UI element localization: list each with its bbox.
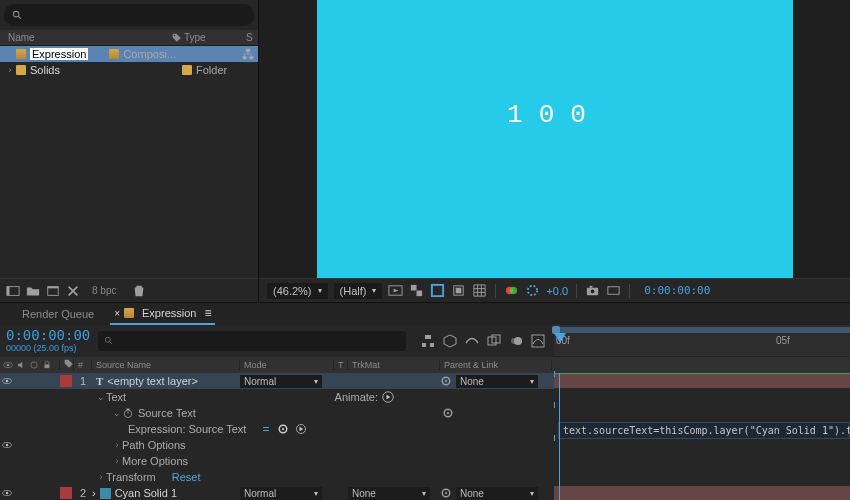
pickwhip-icon[interactable] xyxy=(440,375,452,387)
comp-mini-flowchart-icon[interactable] xyxy=(420,333,436,349)
region-of-interest-icon[interactable] xyxy=(451,283,466,298)
new-comp-icon[interactable] xyxy=(46,284,60,298)
timeline-search-input[interactable] xyxy=(98,331,406,351)
pickwhip-icon[interactable] xyxy=(440,487,452,499)
project-search-input[interactable] xyxy=(4,4,254,26)
project-item-name[interactable]: Expression xyxy=(30,48,88,60)
flowchart-icon[interactable] xyxy=(242,48,254,60)
layer-bar-2[interactable] xyxy=(554,486,850,500)
pickwhip-icon[interactable] xyxy=(442,407,454,419)
grid-guides-icon[interactable] xyxy=(472,283,487,298)
snapshot-icon[interactable] xyxy=(585,283,600,298)
expression-text-field[interactable]: text.sourceText=thisComp.layer("Cyan Sol… xyxy=(558,422,850,439)
svg-point-21 xyxy=(510,287,518,295)
property-source-text[interactable]: ⌄Source Text xyxy=(0,405,554,421)
frame-blend-icon[interactable] xyxy=(486,333,502,349)
fast-preview-icon[interactable] xyxy=(388,283,403,298)
disclosure-icon[interactable]: › xyxy=(96,472,106,482)
magnification-dropdown[interactable]: (46.2%)▾ xyxy=(267,283,328,299)
tab-menu-icon[interactable]: ≡ xyxy=(204,306,211,320)
time-ruler[interactable]: 00f 05f xyxy=(554,325,850,357)
new-folder-icon[interactable] xyxy=(26,284,40,298)
motion-blur-icon[interactable] xyxy=(508,333,524,349)
col-tag[interactable] xyxy=(170,33,184,43)
expression-language-menu-icon[interactable] xyxy=(295,423,307,435)
project-item-solids[interactable]: › Solids Folder xyxy=(0,62,258,78)
tab-render-queue[interactable]: Render Queue xyxy=(18,305,98,323)
disclosure-icon[interactable]: › xyxy=(112,456,122,466)
col-trkmat[interactable]: TrkMat xyxy=(348,360,440,370)
current-time-indicator[interactable] xyxy=(554,333,566,343)
col-av[interactable] xyxy=(0,360,60,370)
project-item-expression[interactable]: Expression Composi... xyxy=(0,46,258,62)
trkmat-dropdown[interactable]: None▾ xyxy=(348,487,430,500)
timeline-timecode[interactable]: 0:00:00:00 xyxy=(6,328,90,343)
cti-line[interactable] xyxy=(559,373,560,500)
resolution-dropdown[interactable]: (Half)▾ xyxy=(334,283,383,299)
draft-3d-icon[interactable] xyxy=(442,333,458,349)
stopwatch-icon[interactable] xyxy=(122,407,134,419)
layer-label-color[interactable] xyxy=(60,487,72,499)
col-mode[interactable]: Mode xyxy=(240,360,334,370)
col-parent[interactable]: Parent & Link xyxy=(440,360,552,370)
col-source-name[interactable]: Source Name xyxy=(92,360,240,370)
svg-rect-11 xyxy=(7,286,10,295)
property-more-options[interactable]: ›More Options xyxy=(0,453,554,469)
color-depth-icon[interactable] xyxy=(66,284,80,298)
layer-name[interactable]: <empty text layer> xyxy=(107,375,198,387)
layer-row-1[interactable]: 1 T<empty text layer> Normal▾ None▾ xyxy=(0,373,554,389)
layer-row-2[interactable]: 2 ›Cyan Solid 1 Normal▾ None▾ None▾ xyxy=(0,485,554,500)
svg-rect-17 xyxy=(432,285,443,296)
tab-expression[interactable]: × Expression ≡ xyxy=(110,303,215,325)
col-t[interactable]: T xyxy=(334,360,348,370)
property-path-options[interactable]: ›Path Options xyxy=(0,437,554,453)
color-depth-label[interactable]: 8 bpc xyxy=(92,285,116,296)
disclosure-icon[interactable]: › xyxy=(6,65,14,75)
blend-mode-dropdown[interactable]: Normal▾ xyxy=(240,375,322,388)
reset-exposure-icon[interactable] xyxy=(525,283,540,298)
disclosure-icon[interactable]: ⌄ xyxy=(112,408,122,418)
shy-icon[interactable] xyxy=(464,333,480,349)
col-s[interactable]: S xyxy=(246,32,258,43)
channel-icon[interactable] xyxy=(504,283,519,298)
exposure-value[interactable]: +0.0 xyxy=(546,285,568,297)
col-number[interactable]: # xyxy=(74,360,92,370)
composition-canvas[interactable]: 100 xyxy=(317,0,793,278)
property-transform[interactable]: ›Transform Reset xyxy=(0,469,554,485)
disclosure-icon[interactable]: › xyxy=(112,440,122,450)
show-snapshot-icon[interactable] xyxy=(606,283,621,298)
col-label[interactable] xyxy=(60,359,74,371)
canvas-text-layer[interactable]: 100 xyxy=(507,100,602,130)
graph-editor-icon[interactable] xyxy=(530,333,546,349)
trash-icon[interactable] xyxy=(132,284,146,298)
visibility-toggle[interactable] xyxy=(2,376,12,386)
layer-label-color[interactable] xyxy=(60,375,72,387)
timeline-tracks[interactable]: text.sourceText=thisComp.layer("Cyan Sol… xyxy=(554,373,850,500)
viewer-canvas-area[interactable]: 100 xyxy=(259,0,850,278)
layer-number: 2 xyxy=(74,487,92,499)
expression-pickwhip-icon[interactable] xyxy=(277,423,289,435)
interpret-footage-icon[interactable] xyxy=(6,284,20,298)
close-icon[interactable]: × xyxy=(114,308,120,319)
timeline-frame-info[interactable]: 00000 (25.00 fps) xyxy=(6,344,90,354)
viewer-footer: (46.2%)▾ (Half)▾ +0.0 0:00:00:00 xyxy=(259,278,850,302)
parent-dropdown[interactable]: None▾ xyxy=(456,375,538,388)
visibility-toggle[interactable] xyxy=(2,440,12,450)
col-type[interactable]: Type xyxy=(184,32,246,43)
animate-menu[interactable]: Animate: xyxy=(335,391,394,403)
col-name[interactable]: Name xyxy=(0,32,170,43)
mask-visibility-icon[interactable] xyxy=(430,283,445,298)
property-text[interactable]: ⌄Text Animate: xyxy=(0,389,554,405)
disclosure-icon[interactable]: › xyxy=(92,487,96,499)
transparency-grid-icon[interactable] xyxy=(409,283,424,298)
expression-enable-icon[interactable]: = xyxy=(262,422,269,436)
blend-mode-dropdown[interactable]: Normal▾ xyxy=(240,487,322,500)
layer-bar-1[interactable] xyxy=(554,374,850,388)
layer-name[interactable]: Cyan Solid 1 xyxy=(115,487,177,499)
preview-timecode[interactable]: 0:00:00:00 xyxy=(644,284,710,297)
parent-dropdown[interactable]: None▾ xyxy=(456,487,538,500)
property-expression-source-text[interactable]: Expression: Source Text = xyxy=(0,421,554,437)
reset-button[interactable]: Reset xyxy=(172,471,201,483)
disclosure-icon[interactable]: ⌄ xyxy=(96,392,106,402)
visibility-toggle[interactable] xyxy=(2,488,12,498)
